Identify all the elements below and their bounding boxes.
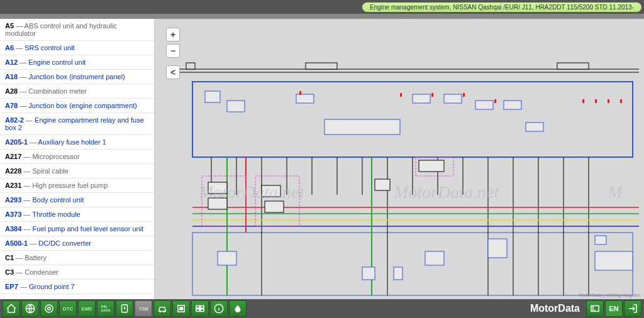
svg-rect-15 <box>526 123 543 131</box>
component-code: C1 <box>5 254 14 261</box>
svg-rect-62 <box>595 236 606 244</box>
diagram-viewport[interactable]: + − < <box>155 19 644 299</box>
component-desc: Junction box (engine compartment) <box>28 102 136 109</box>
sidebar-item[interactable]: A500-1 — DC/DC converter <box>0 236 154 251</box>
component-desc: Spiral cable <box>32 167 68 175</box>
sidebar-item[interactable]: A6 — SRS control unit <box>0 41 154 55</box>
svg-rect-10 <box>325 119 400 134</box>
svg-rect-58 <box>362 267 375 280</box>
svg-rect-52 <box>208 198 227 209</box>
component-desc: Microprocessor <box>32 153 79 160</box>
component-desc: Fuel pump and fuel level sensor unit <box>32 225 143 233</box>
sidebar-item[interactable]: A293 — Body control unit <box>0 193 154 207</box>
sidebar-item[interactable]: A5 — ABS control unit and hydraulic modu… <box>0 19 154 41</box>
component-code: A6 <box>5 44 14 52</box>
svg-rect-17 <box>400 93 402 97</box>
sidebar-item[interactable]: A28 — Combination meter <box>0 84 154 99</box>
component-desc: Junction box (instrument panel) <box>28 73 125 80</box>
component-desc: Combination meter <box>28 87 87 95</box>
component-code: A12 <box>5 58 18 66</box>
sidebar-item[interactable]: EP7 — Ground point 7 <box>0 280 154 294</box>
svg-point-65 <box>45 305 53 312</box>
svg-rect-56 <box>419 160 444 172</box>
svg-rect-55 <box>375 179 390 190</box>
jb-button[interactable]: JB <box>172 300 190 317</box>
svg-rect-8 <box>227 101 245 112</box>
component-desc: Body control unit <box>32 196 84 204</box>
target-button[interactable] <box>40 300 58 317</box>
svg-rect-14 <box>504 101 521 109</box>
svg-rect-20 <box>494 99 496 103</box>
help-button[interactable] <box>586 300 604 317</box>
svg-rect-5 <box>306 63 337 69</box>
sidebar-item[interactable]: A231 — High pressure fuel pump <box>0 178 154 193</box>
svg-rect-1 <box>192 233 633 295</box>
svg-rect-21 <box>582 99 584 103</box>
svg-rect-75 <box>196 309 199 312</box>
sidebar-item[interactable]: A18 — Junction box (instrument panel) <box>0 70 154 84</box>
component-desc: Ground point 7 <box>29 283 75 290</box>
component-desc: Auxiliary fuse holder 1 <box>38 138 106 146</box>
svg-point-66 <box>48 307 51 310</box>
zoom-controls: + − < <box>166 28 180 79</box>
component-code: A228 <box>5 167 21 175</box>
svg-rect-73 <box>196 306 199 309</box>
top-bar: Engine management system, NISSAN Qashqai… <box>0 0 644 14</box>
component-code: A373 <box>5 211 21 218</box>
svg-rect-12 <box>444 94 462 103</box>
home-button[interactable] <box>3 300 20 317</box>
info-button[interactable] <box>210 300 228 317</box>
svg-rect-24 <box>620 99 622 103</box>
component-code: A82-2 <box>5 116 24 124</box>
oil-button[interactable] <box>229 300 247 317</box>
sidebar-item[interactable]: C3 — Condenser <box>0 265 154 280</box>
globe-button[interactable] <box>21 300 39 317</box>
svg-rect-13 <box>475 101 493 109</box>
component-desc: Battery <box>25 254 47 261</box>
svg-rect-51 <box>208 182 227 194</box>
component-code: C3 <box>5 268 14 276</box>
tsb-button[interactable]: TSB <box>135 300 152 317</box>
svg-rect-60 <box>425 251 444 265</box>
zoom-in-button[interactable]: + <box>166 28 180 41</box>
component-code: A18 <box>5 73 18 80</box>
main-area: A5 — ABS control unit and hydraulic modu… <box>0 19 644 299</box>
svg-rect-9 <box>296 94 314 103</box>
grid-button[interactable] <box>191 300 209 317</box>
ewd-button[interactable]: EWD <box>78 300 96 317</box>
svg-rect-6 <box>557 63 589 69</box>
sidebar-item[interactable]: A384 — Fuel pump and fuel level sensor u… <box>0 222 154 236</box>
component-code: EP7 <box>5 283 18 290</box>
component-code: A5 <box>5 22 14 30</box>
gauge-button[interactable] <box>116 300 133 317</box>
component-code: A205-1 <box>5 138 28 146</box>
component-desc: Engine control unit <box>28 58 86 66</box>
component-desc: DC/DC converter <box>38 239 91 247</box>
car-button[interactable] <box>153 300 171 317</box>
zoom-out-button[interactable]: − <box>166 44 180 58</box>
svg-rect-74 <box>201 306 204 309</box>
dtc-button[interactable]: DTC <box>59 300 77 317</box>
svg-rect-11 <box>413 94 430 103</box>
exit-button[interactable] <box>624 300 641 317</box>
back-button[interactable]: < <box>166 65 180 79</box>
component-sidebar[interactable]: A5 — ABS control unit and hydraulic modu… <box>0 19 155 299</box>
svg-rect-7 <box>205 91 220 102</box>
sidebar-item[interactable]: A205-1 — Auxiliary fuse holder 1 <box>0 135 154 150</box>
svg-rect-22 <box>595 99 597 103</box>
sidebar-item[interactable]: A373 — Throttle module <box>0 207 154 222</box>
component-code: A384 <box>5 225 21 233</box>
sidebar-item[interactable]: A217 — Microprocessor <box>0 150 154 164</box>
component-code: A231 <box>5 182 21 189</box>
sidebar-item[interactable]: A12 — Engine control unit <box>0 55 154 70</box>
component-desc: Condenser <box>25 268 58 276</box>
language-button[interactable]: EN <box>605 300 623 317</box>
component-desc: SRS control unit <box>25 44 74 52</box>
sidebar-item[interactable]: C1 — Battery <box>0 251 154 265</box>
svg-rect-4 <box>186 63 195 69</box>
component-desc: Throttle module <box>32 211 80 218</box>
pindata-button[interactable]: PINDATA <box>97 300 114 317</box>
sidebar-item[interactable]: A82-2 — Engine compartment relay and fus… <box>0 113 154 135</box>
sidebar-item[interactable]: A228 — Spiral cable <box>0 164 154 178</box>
sidebar-item[interactable]: A78 — Junction box (engine compartment) <box>0 99 154 113</box>
